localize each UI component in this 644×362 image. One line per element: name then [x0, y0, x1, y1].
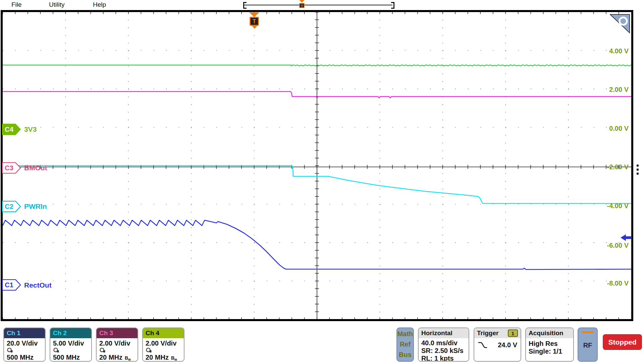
trigger-panel[interactable]: Trigger 1 24.0 V [474, 327, 521, 362]
trigger-level-value: 24.0 V [488, 341, 517, 349]
ch4-bandwidth: 20 MHzBw [143, 354, 184, 362]
channel-badge-c1[interactable]: C1 [2, 279, 21, 291]
record-view-right-bracket [391, 2, 394, 9]
ch2-settings-box[interactable]: Ch 2 5.00 V/div 500 MHz [50, 327, 92, 362]
channel-label-pwrin[interactable]: PWRIn [24, 202, 47, 211]
trace-rectout [3, 220, 631, 269]
oscilloscope-app: File Utility Help T T 4.00 V 2.00 V 0.00… [0, 0, 644, 362]
channel-label-bmout[interactable]: BMOut [24, 164, 47, 172]
channel-badge-c4[interactable]: C4 [2, 124, 21, 135]
trigger-title: Trigger [477, 328, 498, 338]
scale-label: 4.00 V [592, 47, 629, 55]
trigger-badge[interactable]: T [250, 17, 259, 26]
acquisition-status-badge[interactable]: Stopped [603, 334, 642, 350]
channel-badge-c2-label: C2 [5, 203, 13, 210]
ch1-settings-box[interactable]: Ch 1 20.0 V/div 500 MHz [3, 327, 46, 362]
rf-button[interactable]: RF [578, 327, 598, 362]
ch3-settings-box[interactable]: Ch 3 2.00 V/div 20 MHzBw [96, 327, 138, 362]
ch2-bandwidth: 500 MHz [50, 354, 91, 362]
probe-icon [146, 347, 152, 353]
probe-icon [7, 347, 13, 353]
menu-help[interactable]: Help [93, 0, 106, 9]
scale-label: -6.00 V [592, 241, 629, 249]
trigger-source-badge[interactable]: 1 [508, 329, 518, 337]
falling-edge-icon [478, 341, 488, 349]
scale-label: -8.00 V [592, 279, 629, 287]
ch4-settings-box[interactable]: Ch 4 2.00 V/div 20 MHzBw [142, 327, 184, 362]
ch2-header[interactable]: Ch 2 [50, 328, 91, 338]
ch4-header[interactable]: Ch 4 [143, 328, 184, 338]
scale-label: 0.00 V [592, 124, 629, 132]
trigger-minimap-arrow-icon[interactable] [299, 0, 305, 3]
acquisition-count: Single: 1/1 [526, 348, 573, 355]
scale-label: -4.00 V [592, 202, 629, 210]
probe-icon [99, 347, 106, 353]
channel-badge-c3[interactable]: C3 [2, 162, 21, 174]
menu-utility[interactable]: Utility [49, 0, 64, 9]
ch1-scale: 20.0 V/div [4, 340, 45, 347]
ch3-scale: 2.00 V/div [97, 340, 138, 347]
horizontal-record-length: RL: 1 kpts [419, 355, 469, 362]
horizontal-sample-rate: SR: 2.50 kS/s [419, 347, 469, 355]
trace-pwrin [3, 166, 631, 203]
ch1-header[interactable]: Ch 1 [4, 328, 45, 338]
ch3-bandwidth: 20 MHzBw [97, 354, 138, 362]
scale-label: 2.00 V [592, 85, 629, 94]
trigger-minimap-marker[interactable]: T [299, 3, 305, 8]
rf-accent-line [582, 331, 594, 333]
trigger-level-arrow-icon[interactable] [621, 234, 632, 241]
right-edge-handle[interactable] [637, 165, 639, 177]
channel-label-rectout[interactable]: RectOut [24, 281, 52, 290]
probe-icon [53, 347, 60, 353]
acquisition-panel[interactable]: Acquisition High Res Single: 1/1 [525, 327, 574, 362]
acquisition-title: Acquisition [526, 328, 573, 338]
trace-bmout [3, 92, 631, 98]
waveform-layer [3, 12, 631, 319]
horizontal-panel[interactable]: Horizontal 40.0 ms/div SR: 2.50 kS/s RL:… [418, 327, 469, 362]
ch4-scale: 2.00 V/div [143, 340, 184, 347]
ch2-scale: 5.00 V/div [50, 340, 91, 347]
record-view-left-bracket [243, 2, 247, 9]
zoom-corner-button[interactable] [610, 13, 632, 35]
channel-badge-c2[interactable]: C2 [2, 201, 21, 212]
rf-label: RF [578, 342, 597, 349]
horizontal-title: Horizontal [419, 328, 469, 338]
channel-badge-c1-label: C1 [5, 281, 13, 289]
record-view-line [244, 5, 392, 5]
math-ref-bus-button[interactable]: Math Ref Bus [396, 327, 414, 362]
ch3-header[interactable]: Ch 3 [97, 328, 138, 338]
acquisition-mode: High Res [526, 340, 573, 348]
menu-file[interactable]: File [11, 0, 22, 9]
channel-badge-c4-label: C4 [5, 126, 13, 133]
channel-badge-c3-label: C3 [5, 164, 13, 172]
scale-label: -2.00 V [592, 163, 629, 171]
horizontal-scale: 40.0 ms/div [419, 339, 469, 347]
ch1-bandwidth: 500 MHz [4, 354, 45, 362]
trigger-arrow-icon [249, 12, 259, 17]
channel-label-3v3[interactable]: 3V3 [24, 125, 37, 134]
trace-3v3 [3, 65, 631, 66]
trigger-tip-icon [252, 25, 258, 29]
